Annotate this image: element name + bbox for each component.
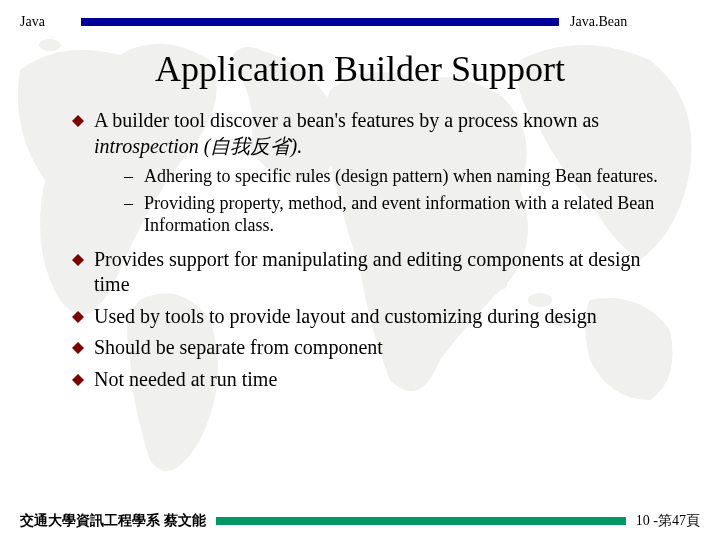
- bullet-text: Used by tools to provide layout and cust…: [94, 305, 597, 327]
- header-left: Java: [20, 14, 75, 30]
- bullet-item: A builder tool discover a bean's feature…: [70, 108, 675, 159]
- header-rule: [81, 18, 559, 26]
- bullet-item: Should be separate from component: [70, 335, 675, 361]
- svg-rect-11: [72, 374, 83, 385]
- sub-bullet-text: Providing property, method, and event in…: [144, 193, 654, 236]
- sub-bullet-text: Adhering to specific rules (design patte…: [144, 166, 658, 186]
- footer-rule: [216, 517, 626, 525]
- diamond-icon: [72, 342, 84, 354]
- bullet-text: Should be separate from component: [94, 336, 383, 358]
- content-area: A builder tool discover a bean's feature…: [0, 108, 720, 393]
- bullet-item: Not needed at run time: [70, 367, 675, 393]
- sub-bullet-item: Adhering to specific rules (design patte…: [124, 165, 675, 188]
- diamond-icon: [72, 254, 84, 266]
- bullet-text-pre: A builder tool discover a bean's feature…: [94, 109, 599, 131]
- svg-rect-9: [72, 311, 83, 322]
- page-title: Application Builder Support: [0, 48, 720, 90]
- sub-bullet-item: Providing property, method, and event in…: [124, 192, 675, 237]
- bullet-item: Provides support for manipulating and ed…: [70, 247, 675, 298]
- slide: Java Java.Bean Application Builder Suppo…: [0, 0, 720, 540]
- diamond-icon: [72, 311, 84, 323]
- bullet-text: Not needed at run time: [94, 368, 277, 390]
- bullet-text: Provides support for manipulating and ed…: [94, 248, 641, 296]
- footer-right: 10 -第47頁: [636, 512, 700, 530]
- header-right: Java.Bean: [565, 14, 700, 30]
- bullet-item: Used by tools to provide layout and cust…: [70, 304, 675, 330]
- svg-rect-8: [72, 254, 83, 265]
- svg-rect-10: [72, 343, 83, 354]
- header-bar: Java Java.Bean: [0, 0, 720, 36]
- bullet-text-em: introspection (自我反省).: [94, 135, 302, 157]
- footer-bar: 交通大學資訊工程學系 蔡文能 10 -第47頁: [0, 512, 720, 530]
- diamond-icon: [72, 374, 84, 386]
- svg-rect-7: [72, 115, 83, 126]
- footer-left: 交通大學資訊工程學系 蔡文能: [20, 512, 206, 530]
- diamond-icon: [72, 115, 84, 127]
- sub-list: Adhering to specific rules (design patte…: [70, 165, 675, 237]
